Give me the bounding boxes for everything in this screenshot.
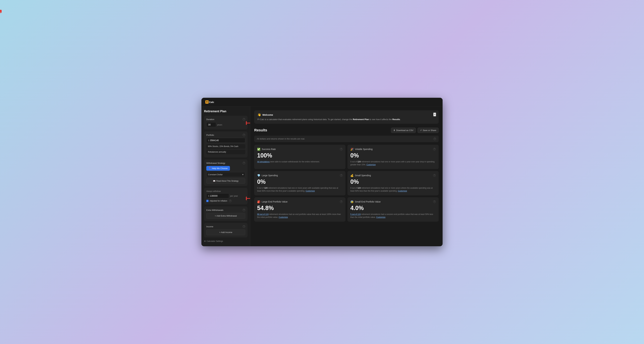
download-icon: ⬇: [393, 129, 395, 131]
portfolio-help-icon[interactable]: ?: [243, 134, 245, 136]
volatile-customize-link[interactable]: Customize: [366, 163, 376, 166]
income-label: Income: [206, 225, 213, 228]
add-income-button[interactable]: + Add Income: [206, 229, 245, 235]
success-rate-desc-text: were able to sustain withdrawals for the…: [270, 160, 320, 163]
download-csv-button[interactable]: ⬇ Download as CSV: [391, 128, 416, 133]
small-end-link[interactable]: 5 out of 124: [350, 213, 360, 215]
volatile-spending-value: 0%: [350, 152, 436, 159]
large-spending-value: 0%: [257, 178, 342, 185]
extra-withdrawals-help-icon[interactable]: ?: [243, 209, 245, 211]
calc-settings-section: ⚙ Calculator Settings: [204, 239, 248, 243]
small-end-customize-link[interactable]: Customize: [376, 216, 386, 218]
app-header: FI Calc: [202, 98, 442, 106]
volatile-spending-title-row: 🎉 Volatile Spending: [350, 148, 372, 151]
success-rate-desc: All simulations were able to sustain wit…: [257, 160, 342, 163]
portfolio-section: Portfolio ? $ 3584140 80% Stocks, 15% Bo…: [204, 131, 248, 157]
large-sim-count: 124: [264, 187, 268, 189]
small-customize-link[interactable]: Customize: [398, 190, 407, 192]
withdrawal-strategy-help-icon[interactable]: ?: [243, 162, 245, 164]
success-rate-link[interactable]: All simulations: [257, 160, 270, 163]
large-spending-help[interactable]: ?: [340, 174, 342, 177]
read-strategy-label: Read About This Strategy: [216, 180, 238, 182]
inflation-checkbox-row: ✓ Adjusted for inflation ?: [206, 200, 245, 202]
inflation-help-icon[interactable]: ?: [229, 200, 232, 202]
portfolio-allocation[interactable]: 80% Stocks, 15% Bonds, 5% Cash: [206, 144, 245, 149]
large-spending-title-row: 💎 Large Spending: [257, 174, 278, 177]
download-label: Download as CSV: [396, 129, 414, 131]
small-spending-help[interactable]: ?: [433, 174, 436, 177]
duration-input[interactable]: [206, 122, 216, 127]
duration-section: Duration ? years: [204, 116, 248, 129]
small-end-portfolio-desc: 5 out of 124 retirement simulations had …: [350, 213, 436, 219]
chevron-down-icon: ▾: [242, 173, 244, 176]
large-end-link[interactable]: 68 out of 124: [257, 213, 268, 215]
duration-header: Duration ?: [206, 118, 245, 121]
income-help-icon[interactable]: ?: [243, 225, 245, 228]
main-content: 👋 Welcome ✕ FI Calc is a calculator that…: [250, 106, 442, 246]
small-spending-header: 💰 Small Spending ?: [350, 174, 436, 177]
save-share-label: Save or Share: [423, 129, 436, 131]
extra-withdrawals-section: Extra Withdrawals ? + Add Extra Withdraw…: [204, 207, 248, 221]
income-header: Income ?: [206, 225, 245, 228]
welcome-header: 👋 Welcome: [258, 113, 436, 116]
results-note-text: All dollars and returns shown in the res…: [257, 137, 305, 140]
duration-help-icon[interactable]: ?: [243, 118, 245, 121]
results-note-help-icon[interactable]: ?: [434, 137, 436, 140]
welcome-banner: 👋 Welcome ✕ FI Calc is a calculator that…: [254, 110, 439, 124]
small-end-portfolio-help[interactable]: ?: [433, 200, 436, 203]
portfolio-value: 3584140: [210, 139, 219, 142]
duration-input-row: years: [206, 122, 245, 127]
success-rate-help[interactable]: ?: [340, 148, 342, 150]
success-rate-icon: ✅: [257, 148, 260, 151]
withdraw-unit: per year: [230, 195, 238, 197]
help-me-choose-button[interactable]: 📍 Help Me Choose: [206, 166, 230, 171]
welcome-text: FI Calc is a calculator that evaluates r…: [258, 118, 436, 121]
large-spending-icon: 💎: [257, 174, 260, 177]
results-grid: ✅ Success Rate ? 100% All simulations we…: [254, 145, 439, 222]
withdrawal-strategy-section: Withdrawal Strategy ? 📍 Help Me Choose C…: [204, 159, 248, 186]
large-end-customize-link[interactable]: Customize: [279, 216, 288, 218]
large-spending-card: 💎 Large Spending ? 0% 0 out of 124 retir…: [254, 171, 346, 195]
large-desc-pre: 0 out of: [257, 187, 264, 189]
small-spending-value: 0%: [350, 178, 436, 185]
gear-icon: ⚙: [204, 240, 206, 242]
app-body: Retirement Plan Duration ? years: [202, 106, 442, 246]
results-header: Results ⬇ Download as CSV ↗ Save or Shar…: [254, 128, 439, 133]
large-end-portfolio-title: Large End Portfolio Value: [262, 200, 288, 203]
income-section: Income ? + Add Income: [204, 223, 248, 237]
large-end-portfolio-help[interactable]: ?: [340, 200, 342, 203]
small-desc-pre: 0 out of: [350, 187, 357, 189]
calc-settings-button[interactable]: ⚙ Calculator Settings: [204, 239, 223, 243]
success-rate-header: ✅ Success Rate ?: [257, 148, 342, 151]
check-icon: ✓: [207, 200, 208, 202]
small-spending-icon: 💰: [350, 174, 354, 177]
withdrawal-strategy-dropdown[interactable]: Constant Dollar ▾: [206, 172, 245, 177]
withdraw-dollar-prefix: $: [208, 195, 209, 197]
save-share-button[interactable]: ↗ Save or Share: [418, 128, 439, 133]
results-note: All dollars and returns shown in the res…: [254, 136, 439, 142]
results-title: Results: [254, 128, 267, 132]
add-extra-withdrawal-button[interactable]: + Add Extra Withdrawal: [206, 213, 245, 219]
small-desc-mid: retirement simulations had one or more y…: [350, 187, 433, 192]
withdrawal-strategy-label: Withdrawal Strategy: [206, 162, 225, 164]
small-spending-title-row: 💰 Small Spending: [350, 174, 371, 177]
small-sim-count: 124: [357, 187, 360, 189]
welcome-bold-2: Results: [392, 118, 400, 121]
sidebar-title: Retirement Plan: [204, 110, 248, 113]
large-end-portfolio-icon: 🎒: [257, 200, 260, 203]
inflation-checkbox[interactable]: ✓: [206, 200, 208, 202]
small-end-portfolio-header: 😰 Small End Portfolio Value ?: [350, 200, 436, 203]
portfolio-rebalance[interactable]: Rebalances annually: [206, 150, 245, 154]
read-strategy-button[interactable]: 📖 Read About This Strategy: [206, 178, 245, 184]
volatile-desc-pre: 0 out of: [350, 160, 357, 163]
success-rate-card: ✅ Success Rate ? 100% All simulations we…: [254, 145, 346, 169]
always-withdraw-section: Always withdraw $ per year: [204, 188, 248, 205]
large-end-portfolio-card: 🎒 Large End Portfolio Value ? 54.8% 68 o…: [254, 197, 346, 222]
withdraw-amount-input[interactable]: [210, 195, 224, 197]
volatile-spending-icon: 🎉: [350, 148, 354, 151]
small-end-portfolio-value: 4.0%: [350, 205, 436, 212]
portfolio-value-row[interactable]: $ 3584140: [206, 138, 245, 143]
large-customize-link[interactable]: Customize: [306, 190, 315, 192]
volatile-spending-help[interactable]: ?: [433, 148, 436, 150]
welcome-close-button[interactable]: ✕: [433, 113, 436, 116]
